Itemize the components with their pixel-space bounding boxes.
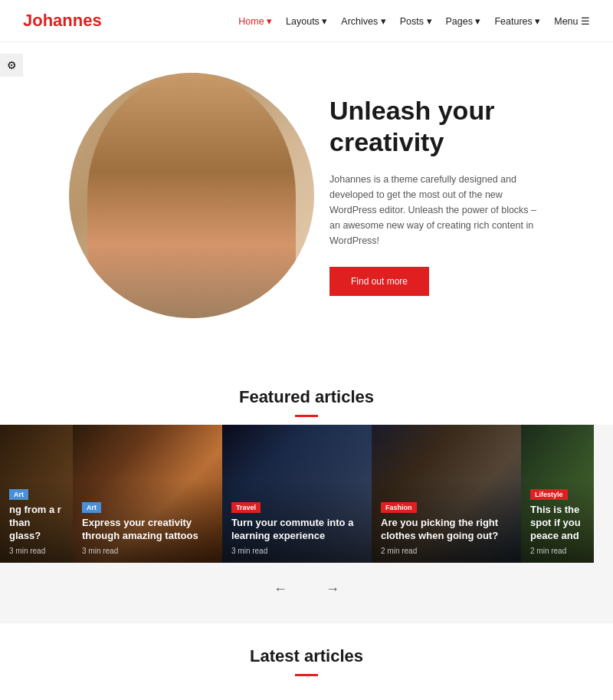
brand-logo[interactable]: Johannes	[23, 11, 102, 31]
card-read-4: 2 min read	[530, 547, 585, 555]
nav-posts[interactable]: Posts ▾	[400, 15, 432, 27]
card-2[interactable]: Travel Turn your commute into a learning…	[222, 425, 372, 563]
hero-image-circle	[69, 73, 314, 318]
card-content-2: Travel Turn your commute into a learning…	[231, 499, 362, 555]
card-title-4: This is the spot if you peace and	[530, 504, 585, 543]
card-tag-2: Travel	[231, 502, 261, 513]
navbar: Johannes Home ▾ Layouts ▾ Archives ▾ Pos…	[0, 0, 613, 42]
nav-home[interactable]: Home ▾	[238, 15, 272, 27]
featured-title: Featured articles	[0, 387, 613, 407]
featured-section-header: Featured articles	[0, 364, 613, 425]
carousel-container: Art ng from a r than glass? 3 min read A…	[0, 425, 613, 623]
card-partial-left[interactable]: Art ng from a r than glass? 3 min read	[0, 425, 73, 563]
card-tag-3: Fashion	[381, 502, 417, 513]
card-read-0: 3 min read	[9, 547, 64, 555]
hero-text-block: Unleash your creativity Johannes is a th…	[284, 95, 544, 296]
card-read-2: 3 min read	[231, 547, 362, 555]
nav-archives[interactable]: Archives ▾	[341, 15, 385, 27]
nav-features[interactable]: Features ▾	[494, 15, 540, 27]
card-title-3: Are you picking the right clothes when g…	[381, 517, 512, 543]
card-1[interactable]: Art Express your creativity through amaz…	[73, 425, 222, 563]
hero-description: Johannes is a theme carefully designed a…	[329, 172, 544, 248]
carousel-track: Art ng from a r than glass? 3 min read A…	[0, 425, 613, 563]
featured-divider	[295, 415, 318, 417]
card-tag-1: Art	[82, 502, 101, 513]
card-read-1: 3 min read	[82, 547, 213, 555]
carousel-prev-button[interactable]: ←	[266, 578, 295, 600]
card-partial-right[interactable]: Lifestyle This is the spot if you peace …	[521, 425, 594, 563]
card-content-1: Art Express your creativity through amaz…	[82, 499, 213, 555]
card-content-0: Art ng from a r than glass? 3 min read	[9, 486, 64, 555]
card-read-3: 2 min read	[381, 547, 512, 555]
nav-layouts[interactable]: Layouts ▾	[286, 15, 327, 27]
hero-cta-button[interactable]: Find out more	[329, 267, 429, 296]
card-title-2: Turn your commute into a learning experi…	[231, 517, 362, 543]
latest-divider	[295, 674, 318, 676]
card-tag-0: Art	[9, 489, 28, 500]
hero-image	[69, 73, 314, 318]
hero-section: Unleash your creativity Johannes is a th…	[0, 42, 613, 364]
nav-pages[interactable]: Pages ▾	[446, 15, 481, 27]
carousel-next-button[interactable]: →	[318, 578, 347, 600]
carousel-navigation: ← →	[123, 563, 490, 623]
card-content-3: Fashion Are you picking the right clothe…	[381, 499, 512, 555]
latest-section: Newsletter Make sure to subscribe to our…	[0, 684, 613, 700]
latest-section-header: Latest articles	[0, 623, 613, 684]
card-title-1: Express your creativity through amazing …	[82, 517, 213, 543]
card-tag-4: Lifestyle	[530, 489, 568, 500]
card-3[interactable]: Fashion Are you picking the right clothe…	[372, 425, 521, 563]
hero-title: Unleash your creativity	[329, 95, 544, 158]
nav-links: Home ▾ Layouts ▾ Archives ▾ Posts ▾ Page…	[238, 15, 590, 27]
nav-menu[interactable]: Menu ☰	[554, 15, 590, 27]
card-title-0: ng from a r than glass?	[9, 504, 64, 543]
card-content-4: Lifestyle This is the spot if you peace …	[530, 486, 585, 555]
latest-title: Latest articles	[0, 646, 613, 666]
